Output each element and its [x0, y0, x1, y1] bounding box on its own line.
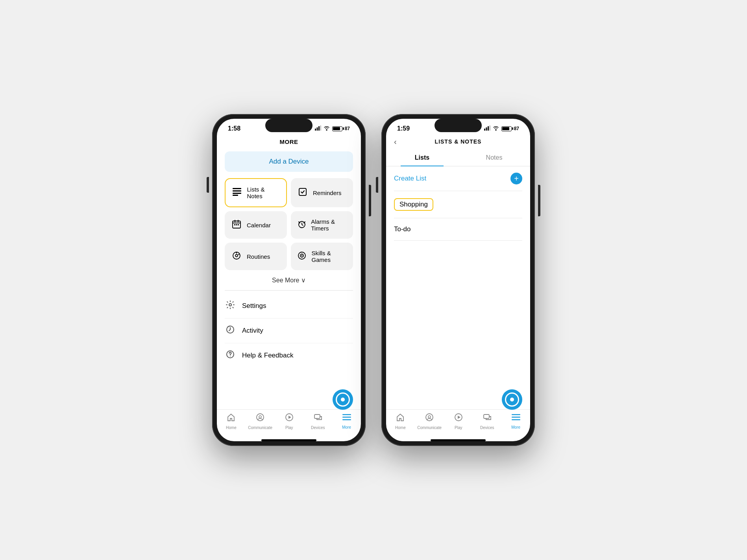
nav-home-label-1: Home	[226, 426, 237, 430]
lists-notes-icon	[232, 188, 242, 198]
grid-item-lists-notes-label: Lists & Notes	[247, 186, 280, 199]
nav-devices-label-1: Devices	[311, 426, 325, 430]
svg-rect-2	[318, 126, 320, 131]
battery-pct-1: 87	[345, 126, 350, 131]
svg-rect-33	[484, 129, 485, 131]
nav-more-label-2: More	[511, 425, 520, 429]
wifi-icon-2	[493, 125, 499, 132]
svg-rect-40	[484, 414, 489, 418]
more-page-title: MORE	[217, 135, 361, 151]
svg-rect-41	[512, 414, 520, 415]
nav-devices-2[interactable]: Devices	[475, 413, 499, 430]
home-bar-1	[261, 439, 316, 441]
activity-icon	[225, 325, 236, 337]
svg-rect-36	[489, 125, 490, 131]
alexa-ring-1	[336, 392, 350, 407]
menu-list: Settings Activity	[217, 291, 361, 371]
status-icons-1: 87	[315, 125, 350, 132]
status-icons-2: 87	[484, 125, 519, 132]
nav-home-label-2: Home	[395, 426, 406, 430]
grid-item-calendar[interactable]: Calendar	[225, 211, 287, 239]
svg-rect-30	[342, 414, 351, 415]
see-more-button[interactable]: See More ∨	[217, 270, 361, 290]
svg-point-18	[235, 254, 238, 257]
dynamic-island-1	[265, 119, 312, 132]
grid-item-routines[interactable]: Routines	[225, 243, 287, 270]
svg-point-21	[301, 255, 303, 256]
back-button[interactable]: ‹	[394, 137, 397, 146]
bottom-nav-1: Home Communicate	[217, 409, 361, 438]
svg-rect-1	[316, 127, 318, 131]
nav-communicate-2[interactable]: Communicate	[417, 413, 442, 430]
grid-item-lists-notes[interactable]: Lists & Notes	[225, 178, 287, 207]
alexa-ring-2	[505, 392, 519, 407]
lists-notes-page-title: LISTS & NOTES	[435, 138, 482, 145]
more-nav-icon-2	[512, 413, 520, 424]
create-list-button[interactable]: Create List	[394, 175, 426, 182]
play-nav-icon-1	[285, 413, 294, 424]
svg-rect-32	[342, 419, 351, 420]
bottom-nav-2: Home Communicate	[386, 409, 530, 438]
svg-rect-35	[488, 126, 489, 131]
add-device-button[interactable]: Add a Device	[225, 151, 353, 172]
help-item[interactable]: Help & Feedback	[225, 343, 353, 368]
battery-pct-2: 87	[514, 126, 519, 131]
svg-rect-7	[233, 195, 238, 196]
create-list-row: Create List +	[386, 166, 530, 191]
battery-icon-2	[501, 126, 512, 131]
feature-grid: Lists & Notes Reminders	[217, 178, 361, 270]
list-item-todo[interactable]: To-do	[386, 218, 530, 240]
grid-item-alarms-label: Alarms & Timers	[311, 218, 347, 232]
devices-nav-icon-2	[483, 413, 492, 424]
nav-more-label-1: More	[342, 425, 351, 429]
svg-rect-4	[233, 188, 241, 189]
tabs-row: Lists Notes	[386, 149, 530, 166]
grid-item-skills-label: Skills & Games	[312, 250, 347, 263]
svg-rect-14	[236, 224, 237, 225]
svg-rect-34	[486, 127, 487, 131]
nav-play-label-1: Play	[285, 426, 293, 430]
nav-play-2[interactable]: Play	[447, 413, 470, 430]
grid-item-skills[interactable]: Skills & Games	[291, 243, 353, 270]
nav-more-2[interactable]: More	[504, 413, 528, 429]
nav-home-1[interactable]: Home	[219, 413, 243, 430]
svg-rect-5	[233, 190, 241, 192]
svg-point-25	[230, 356, 231, 357]
alexa-dot-2	[510, 398, 514, 402]
alexa-dot-1	[341, 398, 345, 402]
routines-icon	[231, 251, 242, 262]
nav-play-1[interactable]: Play	[277, 413, 301, 430]
nav-devices-1[interactable]: Devices	[306, 413, 330, 430]
nav-home-2[interactable]: Home	[388, 413, 412, 430]
svg-rect-31	[342, 417, 351, 418]
svg-point-38	[428, 416, 431, 418]
play-nav-icon-2	[454, 413, 463, 424]
time-2: 1:59	[397, 125, 410, 132]
tab-notes[interactable]: Notes	[458, 149, 530, 166]
alexa-fab-2[interactable]	[502, 389, 522, 410]
nav-communicate-1[interactable]: Communicate	[248, 413, 272, 430]
signal-icon-2	[484, 125, 490, 132]
grid-item-alarms[interactable]: Alarms & Timers	[291, 211, 353, 239]
communicate-nav-icon-1	[256, 413, 264, 424]
settings-item[interactable]: Settings	[225, 294, 353, 319]
list-item-shopping[interactable]: Shopping	[386, 191, 530, 218]
activity-item[interactable]: Activity	[225, 319, 353, 343]
nav-devices-label-2: Devices	[480, 426, 494, 430]
nav-communicate-label-1: Communicate	[248, 426, 272, 430]
svg-point-22	[229, 304, 231, 306]
todo-label: To-do	[394, 225, 411, 233]
tab-lists[interactable]: Lists	[386, 149, 458, 166]
svg-rect-3	[320, 125, 321, 131]
grid-item-calendar-label: Calendar	[247, 222, 271, 228]
svg-point-26	[257, 414, 264, 421]
create-list-plus[interactable]: +	[510, 173, 522, 184]
nav-more-1[interactable]: More	[335, 413, 359, 429]
svg-rect-42	[512, 417, 520, 418]
alexa-fab-1[interactable]	[333, 389, 353, 410]
phone-1: 1:58	[212, 114, 366, 446]
grid-item-reminders[interactable]: Reminders	[291, 178, 353, 207]
lists-header: ‹ LISTS & NOTES	[386, 135, 530, 149]
wifi-icon-1	[324, 125, 330, 132]
communicate-nav-icon-2	[425, 413, 434, 424]
